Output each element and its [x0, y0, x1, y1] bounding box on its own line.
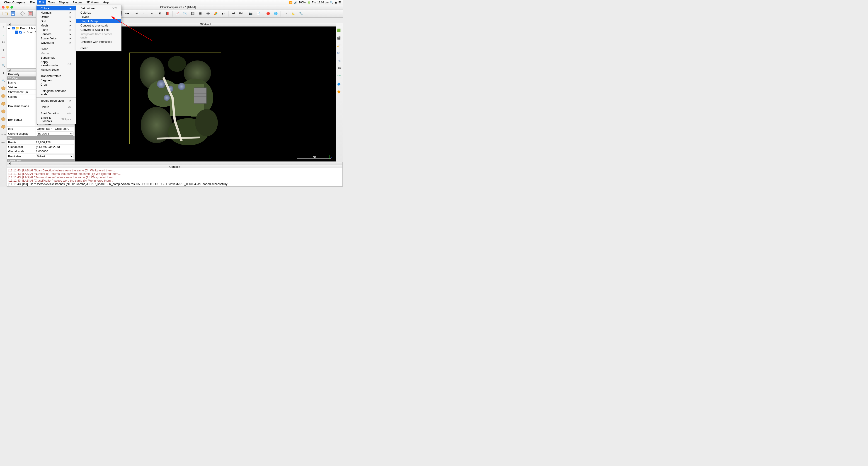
plugin-button[interactable]: 🟩 — [337, 29, 342, 34]
more-button[interactable]: ⋯ — [1, 181, 6, 187]
menu-item-grid[interactable]: Grid▶ — [36, 19, 76, 23]
menu-plugins[interactable]: Plugins — [71, 0, 85, 4]
notifications-icon[interactable]: ☰ — [338, 1, 341, 4]
menu-item-delete[interactable]: Delete⌦ — [36, 105, 76, 109]
menu-item-colors[interactable]: Colors▶ — [36, 6, 76, 10]
menu-display[interactable]: Display — [57, 0, 71, 4]
broom-button[interactable]: 🧹 — [337, 44, 342, 49]
toolbar-icon[interactable]: 📉 — [181, 10, 189, 17]
console-dock-header[interactable]: ▾ — [7, 162, 342, 165]
sf-plugin-button[interactable]: SF — [337, 52, 342, 57]
sf-button[interactable]: SF — [220, 10, 227, 17]
menu-edit[interactable]: Edit — [37, 0, 46, 4]
console-lines[interactable]: [11:11:43] [LAS] All 'Scan Direction' va… — [7, 168, 342, 186]
submenu-item-enhance-with-intensities[interactable]: Enhance with intensities — [76, 40, 121, 44]
back-view-button[interactable]: BACK — [1, 139, 6, 145]
save-button[interactable] — [9, 10, 17, 17]
toolbar-icon[interactable]: 🔴 — [264, 10, 272, 17]
front-view-button[interactable]: FRONT — [1, 132, 6, 137]
submenu-item-colorize[interactable]: Colorize — [76, 10, 121, 15]
submenu-item-clear[interactable]: Clear — [76, 46, 121, 50]
search-icon[interactable]: 🔍 — [330, 1, 333, 4]
menu-item-toggle-recursive-[interactable]: Toggle (recursive)▶ — [36, 99, 76, 103]
toolbar-icon[interactable]: 📈 — [174, 10, 181, 17]
volume-icon[interactable]: 🔊 — [294, 1, 297, 4]
global-zoom-button[interactable]: 🔍 — [1, 63, 6, 68]
prop-display-select[interactable]: 3D View 1 — [37, 132, 73, 136]
menu-file[interactable]: File — [28, 0, 37, 4]
translate-button[interactable]: ✥ — [1, 70, 6, 76]
wifi-icon[interactable]: 📶 — [289, 1, 292, 4]
dock-icon[interactable]: ▾ — [8, 23, 11, 26]
toolbar-icon[interactable]: ➕ — [204, 10, 212, 17]
left-view-button[interactable] — [1, 116, 6, 122]
menu-item-translate-rotate[interactable]: Translate/rotate — [36, 74, 76, 78]
toolbar-icon[interactable]: ✖ — [156, 10, 164, 17]
toolbar-icon[interactable]: ⇄ — [141, 10, 148, 17]
right-view-button[interactable] — [1, 124, 6, 130]
menu-3dviews[interactable]: 3D Views — [84, 0, 101, 4]
menu-item-segment[interactable]: Segment — [36, 78, 76, 82]
auto-pick-button[interactable]: auto — [1, 55, 6, 60]
toolbar-icon[interactable]: ↔ — [148, 10, 156, 17]
tree-checkbox[interactable] — [12, 27, 15, 29]
menu-item-start-dictation-[interactable]: Start Dictation…fn fn — [36, 111, 76, 115]
minimize-button[interactable] — [6, 6, 9, 9]
dock-icon[interactable]: ▾ — [8, 162, 11, 165]
menu-item-emoji-symbols[interactable]: Emoji & Symbols^⌘Space — [36, 115, 76, 123]
toolbar-icon[interactable]: 〰 — [282, 10, 289, 17]
close-button[interactable] — [2, 6, 4, 9]
plugin-button[interactable]: 🔶 — [337, 90, 342, 95]
bottom-view-button[interactable] — [1, 109, 6, 114]
pick-rotation-center-button[interactable]: ✧ — [1, 24, 6, 29]
toolbar-icon[interactable]: 📕 — [164, 10, 171, 17]
m3c2-button[interactable]: M3C — [337, 75, 342, 80]
menu-item-apply-transformation[interactable]: Apply transformation⌘T — [36, 60, 76, 67]
submenu-item-convert-to-grey-scale[interactable]: Convert to grey scale — [76, 23, 121, 28]
prop-psize-select[interactable]: Default — [36, 154, 73, 158]
open-button[interactable] — [1, 10, 9, 17]
menu-item-subsample[interactable]: Subsample — [36, 56, 76, 60]
dock-icon[interactable]: ▾ — [8, 69, 11, 72]
clock[interactable]: Thu 12:03 pm — [312, 1, 329, 4]
toolbar-icon[interactable]: 🌈 — [212, 10, 220, 17]
toolbar-icon[interactable]: 📄 — [254, 10, 262, 17]
level-button[interactable]: ⎯ — [1, 32, 6, 37]
zoom-button[interactable] — [10, 6, 13, 9]
scale-1-1-button[interactable]: 1:1 — [1, 39, 6, 45]
kd-button[interactable]: Kd — [229, 10, 237, 17]
menu-item-multiply-scale[interactable]: Multiply/Scale — [36, 67, 76, 72]
menu-item-crop[interactable]: Crop — [36, 82, 76, 87]
fm-button[interactable]: FM — [237, 10, 245, 17]
toolbar-icon[interactable]: 🔳 — [196, 10, 204, 17]
menu-item-octree[interactable]: Octree▶ — [36, 15, 76, 19]
toolbar-icon[interactable]: 🔧 — [297, 10, 305, 17]
menu-item-plane[interactable]: Plane▶ — [36, 28, 76, 32]
menu-item-mesh[interactable]: Mesh▶ — [36, 23, 76, 28]
menu-help[interactable]: Help — [101, 0, 111, 4]
iso1-view-button[interactable] — [1, 86, 6, 91]
menu-item-sensors[interactable]: Sensors▶ — [36, 32, 76, 36]
submenu-item-levels[interactable]: Levels — [76, 15, 121, 19]
menu-item-scalar-fields[interactable]: Scalar fields▶ — [36, 36, 76, 40]
toolbar-icon[interactable]: 🔲 — [189, 10, 196, 17]
top-view-button[interactable] — [1, 101, 6, 106]
menu-item-normals[interactable]: Normals▶ — [36, 10, 76, 15]
plugin-button[interactable]: 🔷 — [337, 82, 342, 88]
toolbar-icon[interactable]: 📷 — [247, 10, 254, 17]
iso2-view-button[interactable] — [1, 93, 6, 99]
menu-item-clone[interactable]: Clone — [36, 47, 76, 51]
toolbar-icon[interactable]: 🌐 — [272, 10, 280, 17]
toolbar-icon[interactable]: 📐 — [289, 10, 297, 17]
zoom-fit-button[interactable]: ✛ — [1, 47, 6, 53]
menu-tools[interactable]: Tools — [46, 0, 57, 4]
menu-item-waveform[interactable]: Waveform▶ — [36, 40, 76, 45]
submenu-item-convert-to-scalar-field[interactable]: Convert to Scalar field — [76, 28, 121, 32]
tree-checkbox[interactable] — [19, 31, 22, 34]
normals-button[interactable]: →N — [337, 59, 342, 64]
toolbar-icon[interactable]: ✳ — [133, 10, 141, 17]
submenu-item-height-ramp[interactable]: Height Ramp — [76, 19, 121, 23]
hpr-button[interactable]: HPR — [337, 67, 342, 72]
siri-icon[interactable]: ◉ — [335, 1, 337, 4]
menu-item-edit-global-shift-and-scale[interactable]: Edit global shift and scale — [36, 89, 76, 96]
